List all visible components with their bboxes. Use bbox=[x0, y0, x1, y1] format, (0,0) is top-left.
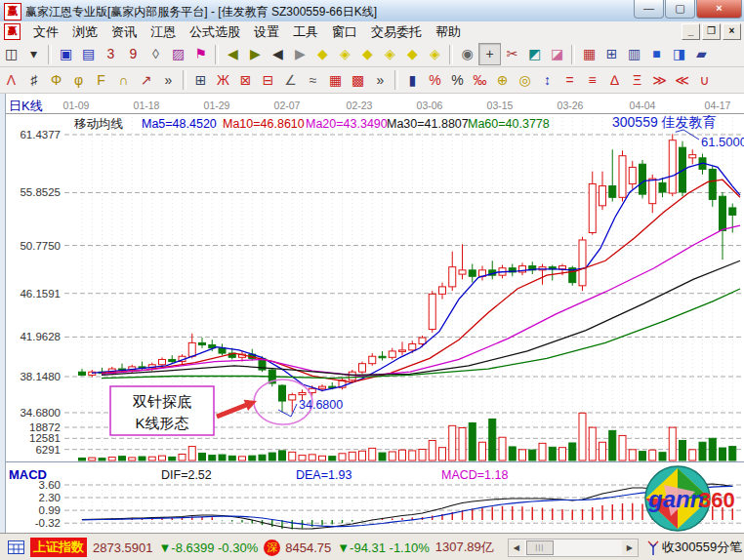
pattern-icon[interactable]: ▨ bbox=[167, 43, 189, 65]
menu-item-2[interactable]: 资讯 bbox=[104, 21, 144, 43]
volume-bar[interactable] bbox=[569, 443, 576, 460]
golden-section-icon[interactable]: Φ bbox=[45, 69, 67, 92]
volume-bar[interactable] bbox=[449, 425, 456, 460]
volume-bar[interactable] bbox=[649, 450, 656, 460]
volume-bar[interactable] bbox=[629, 450, 636, 460]
step-lines-icon[interactable]: ≫ bbox=[648, 69, 671, 92]
volume-bar[interactable] bbox=[699, 442, 706, 460]
multi-line-icon[interactable]: Ξ bbox=[626, 69, 648, 92]
candle-body[interactable] bbox=[409, 343, 416, 349]
candle-body[interactable] bbox=[579, 240, 586, 286]
candle-body[interactable] bbox=[709, 170, 716, 200]
volume-bar[interactable] bbox=[289, 452, 296, 460]
volume-bar[interactable] bbox=[549, 447, 556, 460]
volume-bar[interactable] bbox=[309, 455, 315, 460]
volume-bar[interactable] bbox=[269, 453, 275, 460]
mdi-minimize-button[interactable]: _ bbox=[682, 23, 700, 40]
mdi-restore-button[interactable]: ❐ bbox=[702, 23, 721, 40]
angle-fan-icon[interactable]: ∆ bbox=[603, 69, 626, 92]
calculator-icon[interactable]: ⊞ bbox=[600, 43, 623, 65]
chart-window-icon[interactable]: ⊞ bbox=[189, 69, 212, 92]
candle-body[interactable] bbox=[399, 350, 406, 352]
volume-bar[interactable] bbox=[148, 457, 155, 460]
zigzag-icon[interactable]: ≈ bbox=[302, 69, 324, 92]
compass-icon[interactable]: Λ bbox=[0, 69, 22, 92]
volume-bar[interactable] bbox=[589, 427, 596, 460]
box-lines-icon[interactable]: ⊟ bbox=[257, 69, 279, 92]
volume-bar[interactable] bbox=[599, 442, 606, 460]
calendar-icon[interactable]: ▦ bbox=[578, 43, 600, 65]
volume-bar[interactable] bbox=[119, 457, 126, 460]
volume-bar[interactable] bbox=[339, 454, 346, 460]
volume-bar[interactable] bbox=[409, 451, 416, 460]
volume-bar[interactable] bbox=[108, 458, 115, 460]
candle-body[interactable] bbox=[689, 155, 696, 158]
export-icon[interactable]: ◨ bbox=[668, 43, 690, 65]
volume-bar[interactable] bbox=[459, 427, 466, 460]
menu-item-9[interactable]: 帮助 bbox=[429, 21, 468, 43]
scroll-left-arrow-icon[interactable]: ◀ bbox=[509, 540, 524, 555]
trade-truck-icon[interactable]: ▰ bbox=[690, 43, 713, 65]
volume-bar[interactable] bbox=[709, 438, 716, 460]
more-tools-icon[interactable]: » bbox=[157, 69, 180, 92]
dual-line-icon[interactable]: = bbox=[558, 69, 581, 92]
volume-bar[interactable] bbox=[479, 442, 486, 460]
volume-bar[interactable] bbox=[89, 458, 96, 460]
kline-period-icon[interactable]: ◫ bbox=[0, 43, 22, 65]
volume-bar[interactable] bbox=[369, 448, 376, 460]
menu-item-8[interactable]: 交易委托 bbox=[364, 21, 429, 43]
volume-bar[interactable] bbox=[659, 453, 666, 460]
permille-icon[interactable]: ‰ bbox=[469, 69, 491, 92]
volume-bar[interactable] bbox=[729, 447, 736, 460]
candle-body[interactable] bbox=[629, 167, 636, 183]
gann-diamond-up-icon[interactable]: ◆ bbox=[356, 43, 379, 65]
gann-diamond-down-icon[interactable]: ◈ bbox=[379, 43, 401, 65]
volume-bar[interactable] bbox=[399, 450, 406, 460]
candle-body[interactable] bbox=[79, 372, 86, 375]
ray-fan-icon[interactable]: Ж bbox=[212, 69, 234, 92]
box-x-icon[interactable]: ⊠ bbox=[234, 69, 257, 92]
gann-grid2-icon[interactable]: ▩ bbox=[347, 69, 369, 92]
menu-item-1[interactable]: 浏览 bbox=[65, 21, 104, 43]
volume-bar[interactable] bbox=[539, 443, 546, 460]
volume-bar[interactable] bbox=[139, 457, 145, 460]
candle-body[interactable] bbox=[459, 270, 466, 274]
candle-style-icon[interactable]: ◊ bbox=[145, 43, 167, 65]
close-button[interactable]: × bbox=[696, 0, 742, 19]
gann-diamond-expand-icon[interactable]: ◆ bbox=[401, 43, 424, 65]
volume-bar[interactable] bbox=[489, 419, 496, 460]
volume-bar[interactable] bbox=[179, 455, 186, 460]
candle-body[interactable] bbox=[729, 208, 736, 215]
report-icon[interactable]: ▥ bbox=[623, 43, 645, 65]
volume-bar[interactable] bbox=[419, 449, 426, 460]
candle-body[interactable] bbox=[720, 196, 726, 230]
arc-fan-icon[interactable]: ∪ bbox=[693, 69, 716, 92]
volume-bar[interactable] bbox=[349, 452, 355, 460]
volume-profile-icon[interactable]: ▮ bbox=[401, 69, 424, 92]
flag-icon[interactable]: ⚑ bbox=[189, 43, 212, 65]
menu-item-3[interactable]: 江恩 bbox=[144, 21, 183, 43]
mark-icon[interactable]: ◩ bbox=[523, 43, 546, 65]
candle-body[interactable] bbox=[429, 294, 435, 329]
maximize-button[interactable]: ▢ bbox=[665, 0, 695, 19]
candle-body[interactable] bbox=[419, 338, 426, 343]
volume-bar[interactable] bbox=[429, 440, 435, 460]
tick-feed-label[interactable]: 收300559分笔 bbox=[662, 539, 742, 556]
pan-hand-icon[interactable]: ◉ bbox=[456, 43, 478, 65]
volume-bar[interactable] bbox=[209, 456, 216, 460]
angle-line-icon[interactable]: ∠ bbox=[279, 69, 302, 92]
kline-period-dropdown-icon[interactable]: ▾ bbox=[22, 43, 45, 65]
volume-bar[interactable] bbox=[169, 457, 176, 460]
volume-bar[interactable] bbox=[499, 437, 506, 460]
volume-bar[interactable] bbox=[559, 448, 566, 460]
menu-item-7[interactable]: 窗口 bbox=[325, 21, 364, 43]
golden-section2-icon[interactable]: φ bbox=[67, 69, 90, 92]
volume-bar[interactable] bbox=[640, 452, 646, 460]
volume-bar[interactable] bbox=[329, 457, 336, 460]
candle-body[interactable] bbox=[379, 356, 386, 358]
mdi-close-button[interactable]: × bbox=[723, 23, 741, 40]
volume-bar[interactable] bbox=[529, 450, 536, 460]
volume-bar[interactable] bbox=[259, 455, 266, 460]
volume-bar[interactable] bbox=[439, 448, 446, 460]
candle-body[interactable] bbox=[619, 156, 626, 198]
